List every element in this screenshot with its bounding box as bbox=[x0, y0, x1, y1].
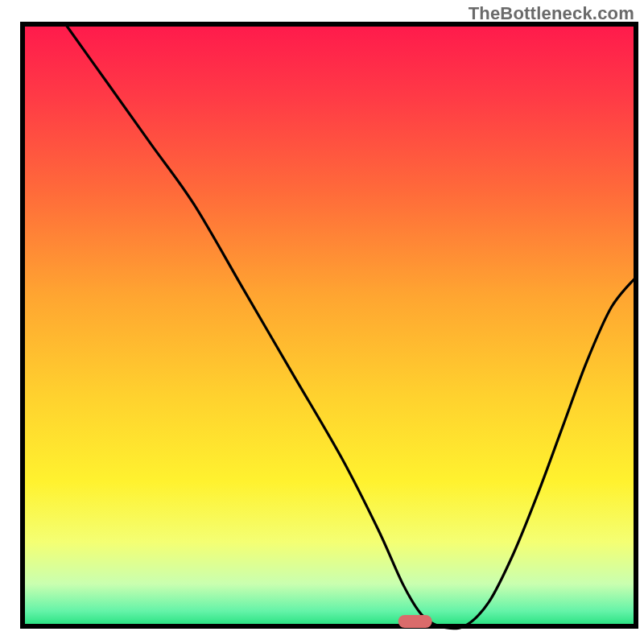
bottleneck-chart: TheBottleneck.com bbox=[0, 0, 644, 644]
chart-svg bbox=[0, 0, 644, 644]
optimal-marker bbox=[398, 615, 432, 628]
gradient-background bbox=[23, 24, 636, 626]
watermark-text: TheBottleneck.com bbox=[469, 3, 634, 24]
